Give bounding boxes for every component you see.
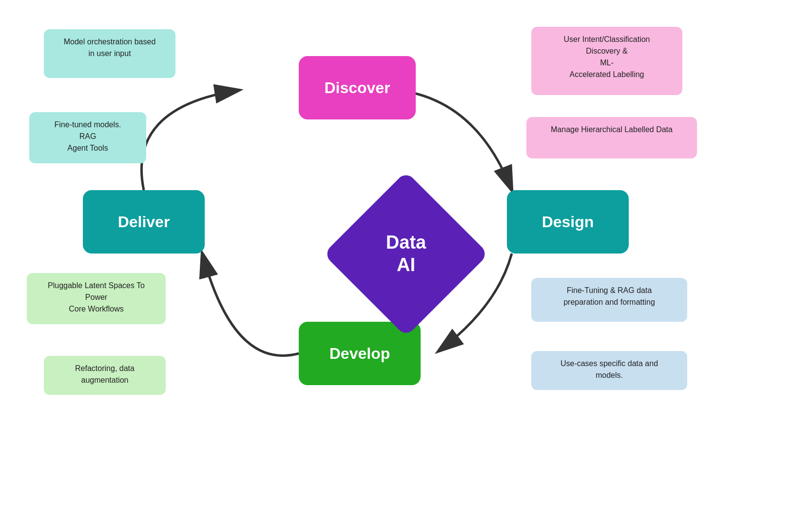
info-box-top-left-2: Fine-tuned models. RAG Agent Tools <box>29 112 146 163</box>
deliver-button[interactable]: Deliver <box>83 190 205 254</box>
design-button[interactable]: Design <box>507 190 629 254</box>
center-diamond <box>323 171 488 336</box>
info-box-top-right-1: User Intent/Classification Discovery & M… <box>531 27 682 95</box>
info-box-bottom-right-1: Fine-Tuning & RAG data preparation and f… <box>531 278 687 322</box>
discover-button[interactable]: Discover <box>299 56 416 119</box>
info-box-top-right-2: Manage Hierarchical Labelled Data <box>526 117 697 158</box>
info-box-bottom-left-1: Pluggable Latent Spaces To Power Core Wo… <box>27 273 166 324</box>
info-box-bottom-right-2: Use-cases specific data and models. <box>531 351 687 390</box>
info-box-top-left-1: Model orchestration based in user input <box>44 29 175 78</box>
diagram-container: Model orchestration based in user input … <box>0 0 812 508</box>
info-box-bottom-left-2: Refactoring, data augmentation <box>44 356 166 395</box>
